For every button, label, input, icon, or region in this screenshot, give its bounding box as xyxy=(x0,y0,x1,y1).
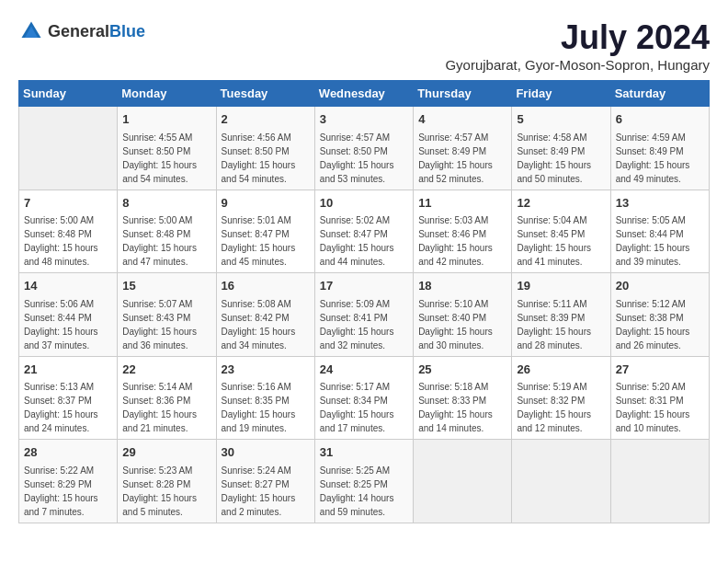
col-thursday: Thursday xyxy=(414,81,512,107)
day-info: Sunrise: 5:17 AMSunset: 8:34 PMDaylight:… xyxy=(320,380,408,435)
day-info: Sunrise: 5:13 AMSunset: 8:37 PMDaylight:… xyxy=(24,380,112,435)
day-info: Sunrise: 5:18 AMSunset: 8:33 PMDaylight:… xyxy=(418,380,506,435)
cell-content: 3Sunrise: 4:57 AMSunset: 8:50 PMDaylight… xyxy=(320,110,408,186)
cell-content: 25Sunrise: 5:18 AMSunset: 8:33 PMDayligh… xyxy=(418,361,506,436)
day-info: Sunrise: 5:24 AMSunset: 8:27 PMDaylight:… xyxy=(222,464,310,519)
day-number: 29 xyxy=(122,443,210,462)
calendar-cell: 3Sunrise: 4:57 AMSunset: 8:50 PMDaylight… xyxy=(314,107,413,190)
calendar-cell: 30Sunrise: 5:24 AMSunset: 8:27 PMDayligh… xyxy=(216,440,314,523)
calendar-cell: 15Sunrise: 5:07 AMSunset: 8:43 PMDayligh… xyxy=(118,273,216,357)
calendar-cell: 9Sunrise: 5:01 AMSunset: 8:47 PMDaylight… xyxy=(216,190,314,273)
day-number: 2 xyxy=(222,110,310,129)
calendar-cell: 1Sunrise: 4:55 AMSunset: 8:50 PMDaylight… xyxy=(118,107,216,190)
cell-content: 16Sunrise: 5:08 AMSunset: 8:42 PMDayligh… xyxy=(222,277,310,352)
day-number: 12 xyxy=(517,194,605,213)
calendar-header-row: Sunday Monday Tuesday Wednesday Thursday… xyxy=(19,81,710,107)
calendar-cell: 13Sunrise: 5:05 AMSunset: 8:44 PMDayligh… xyxy=(610,190,709,273)
cell-content: 7Sunrise: 5:00 AMSunset: 8:48 PMDaylight… xyxy=(24,194,112,270)
day-number: 1 xyxy=(122,110,210,129)
col-friday: Friday xyxy=(512,81,610,107)
cell-content: 9Sunrise: 5:01 AMSunset: 8:47 PMDaylight… xyxy=(222,194,310,270)
calendar-cell: 19Sunrise: 5:11 AMSunset: 8:39 PMDayligh… xyxy=(512,273,610,357)
day-number: 5 xyxy=(517,110,605,129)
calendar-cell: 7Sunrise: 5:00 AMSunset: 8:48 PMDaylight… xyxy=(19,190,118,273)
logo-general: General xyxy=(48,22,109,40)
day-number: 22 xyxy=(122,361,210,379)
day-info: Sunrise: 5:22 AMSunset: 8:29 PMDaylight:… xyxy=(24,464,112,519)
calendar-week-row: 7Sunrise: 5:00 AMSunset: 8:48 PMDaylight… xyxy=(19,190,710,273)
cell-content: 19Sunrise: 5:11 AMSunset: 8:39 PMDayligh… xyxy=(517,277,605,352)
day-number: 17 xyxy=(320,277,408,295)
day-number: 15 xyxy=(122,277,210,295)
day-info: Sunrise: 5:01 AMSunset: 8:47 PMDaylight:… xyxy=(222,213,310,269)
day-number: 6 xyxy=(616,110,704,129)
cell-content: 6Sunrise: 4:59 AMSunset: 8:49 PMDaylight… xyxy=(616,110,704,186)
day-info: Sunrise: 4:57 AMSunset: 8:50 PMDaylight:… xyxy=(320,131,408,186)
day-number: 9 xyxy=(222,194,310,213)
calendar-cell: 24Sunrise: 5:17 AMSunset: 8:34 PMDayligh… xyxy=(314,356,413,440)
calendar-cell: 23Sunrise: 5:16 AMSunset: 8:35 PMDayligh… xyxy=(216,356,314,440)
calendar-cell xyxy=(610,440,709,523)
day-info: Sunrise: 4:59 AMSunset: 8:49 PMDaylight:… xyxy=(616,131,704,186)
logo-blue: Blue xyxy=(109,22,145,40)
day-number: 31 xyxy=(320,443,408,462)
day-number: 26 xyxy=(517,361,605,379)
calendar-cell: 17Sunrise: 5:09 AMSunset: 8:41 PMDayligh… xyxy=(314,273,413,357)
day-number: 25 xyxy=(418,361,506,379)
calendar-week-row: 14Sunrise: 5:06 AMSunset: 8:44 PMDayligh… xyxy=(19,273,710,357)
day-info: Sunrise: 5:06 AMSunset: 8:44 PMDaylight:… xyxy=(24,297,112,352)
day-info: Sunrise: 4:58 AMSunset: 8:49 PMDaylight:… xyxy=(517,131,605,186)
day-number: 28 xyxy=(24,443,112,462)
calendar-cell: 20Sunrise: 5:12 AMSunset: 8:38 PMDayligh… xyxy=(610,273,709,357)
day-info: Sunrise: 4:57 AMSunset: 8:49 PMDaylight:… xyxy=(418,131,506,186)
cell-content: 13Sunrise: 5:05 AMSunset: 8:44 PMDayligh… xyxy=(616,194,704,270)
logo-text: GeneralBlue xyxy=(48,22,145,41)
day-info: Sunrise: 5:23 AMSunset: 8:28 PMDaylight:… xyxy=(122,464,210,519)
day-info: Sunrise: 5:19 AMSunset: 8:32 PMDaylight:… xyxy=(517,380,605,435)
calendar-cell: 22Sunrise: 5:14 AMSunset: 8:36 PMDayligh… xyxy=(118,356,216,440)
cell-content: 23Sunrise: 5:16 AMSunset: 8:35 PMDayligh… xyxy=(222,361,310,436)
cell-content: 12Sunrise: 5:04 AMSunset: 8:45 PMDayligh… xyxy=(517,194,605,270)
cell-content: 11Sunrise: 5:03 AMSunset: 8:46 PMDayligh… xyxy=(418,194,506,270)
calendar-cell xyxy=(512,440,610,523)
calendar-cell: 11Sunrise: 5:03 AMSunset: 8:46 PMDayligh… xyxy=(414,190,512,273)
day-info: Sunrise: 5:09 AMSunset: 8:41 PMDaylight:… xyxy=(320,297,408,352)
day-info: Sunrise: 5:16 AMSunset: 8:35 PMDaylight:… xyxy=(222,380,310,435)
calendar-table: Sunday Monday Tuesday Wednesday Thursday… xyxy=(18,80,710,523)
calendar-cell: 5Sunrise: 4:58 AMSunset: 8:49 PMDaylight… xyxy=(512,107,610,190)
day-info: Sunrise: 5:00 AMSunset: 8:48 PMDaylight:… xyxy=(24,213,112,269)
cell-content: 24Sunrise: 5:17 AMSunset: 8:34 PMDayligh… xyxy=(320,361,408,436)
cell-content: 2Sunrise: 4:56 AMSunset: 8:50 PMDaylight… xyxy=(222,110,310,186)
calendar-cell: 18Sunrise: 5:10 AMSunset: 8:40 PMDayligh… xyxy=(414,273,512,357)
calendar-cell: 31Sunrise: 5:25 AMSunset: 8:25 PMDayligh… xyxy=(314,440,413,523)
cell-content: 29Sunrise: 5:23 AMSunset: 8:28 PMDayligh… xyxy=(122,443,210,519)
calendar-cell xyxy=(414,440,512,523)
month-title: July 2024 xyxy=(445,18,710,57)
day-info: Sunrise: 5:07 AMSunset: 8:43 PMDaylight:… xyxy=(122,297,210,352)
page-header: GeneralBlue July 2024 Gyorujbarat, Gyor-… xyxy=(18,18,710,73)
calendar-week-row: 1Sunrise: 4:55 AMSunset: 8:50 PMDaylight… xyxy=(19,107,710,190)
col-sunday: Sunday xyxy=(19,81,118,107)
calendar-cell: 14Sunrise: 5:06 AMSunset: 8:44 PMDayligh… xyxy=(19,273,118,357)
calendar-cell: 16Sunrise: 5:08 AMSunset: 8:42 PMDayligh… xyxy=(216,273,314,357)
cell-content: 8Sunrise: 5:00 AMSunset: 8:48 PMDaylight… xyxy=(122,194,210,270)
day-number: 10 xyxy=(320,194,408,213)
calendar-cell: 12Sunrise: 5:04 AMSunset: 8:45 PMDayligh… xyxy=(512,190,610,273)
col-saturday: Saturday xyxy=(610,81,709,107)
day-info: Sunrise: 5:14 AMSunset: 8:36 PMDaylight:… xyxy=(122,380,210,435)
day-info: Sunrise: 5:03 AMSunset: 8:46 PMDaylight:… xyxy=(418,213,506,269)
calendar-week-row: 28Sunrise: 5:22 AMSunset: 8:29 PMDayligh… xyxy=(19,440,710,523)
cell-content: 22Sunrise: 5:14 AMSunset: 8:36 PMDayligh… xyxy=(122,361,210,436)
col-wednesday: Wednesday xyxy=(314,81,413,107)
cell-content: 14Sunrise: 5:06 AMSunset: 8:44 PMDayligh… xyxy=(24,277,112,352)
calendar-cell: 4Sunrise: 4:57 AMSunset: 8:49 PMDaylight… xyxy=(414,107,512,190)
calendar-cell: 27Sunrise: 5:20 AMSunset: 8:31 PMDayligh… xyxy=(610,356,709,440)
cell-content: 20Sunrise: 5:12 AMSunset: 8:38 PMDayligh… xyxy=(616,277,704,352)
calendar-cell: 8Sunrise: 5:00 AMSunset: 8:48 PMDaylight… xyxy=(118,190,216,273)
day-info: Sunrise: 5:02 AMSunset: 8:47 PMDaylight:… xyxy=(320,213,408,269)
cell-content: 21Sunrise: 5:13 AMSunset: 8:37 PMDayligh… xyxy=(24,361,112,436)
cell-content: 18Sunrise: 5:10 AMSunset: 8:40 PMDayligh… xyxy=(418,277,506,352)
day-number: 7 xyxy=(24,194,112,213)
logo-icon xyxy=(18,18,44,44)
calendar-cell: 10Sunrise: 5:02 AMSunset: 8:47 PMDayligh… xyxy=(314,190,413,273)
